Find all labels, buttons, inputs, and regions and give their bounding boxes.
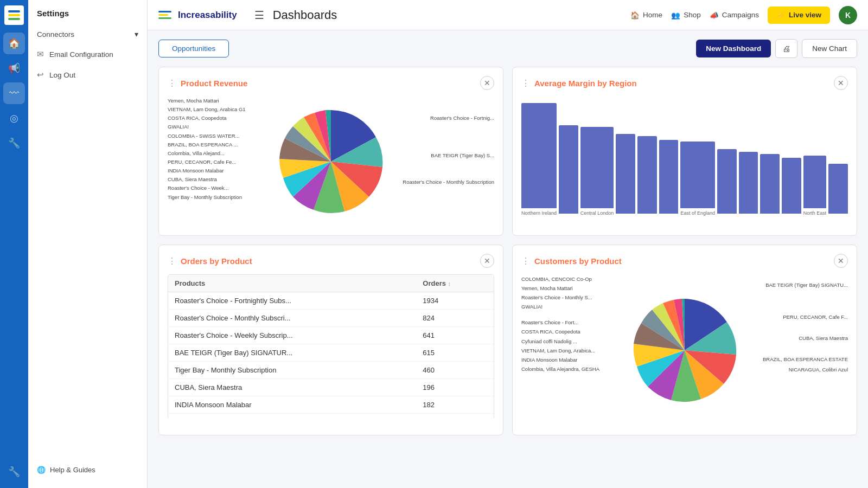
bar-item: East of England xyxy=(680,97,715,216)
bar xyxy=(616,134,635,214)
bar xyxy=(659,140,679,214)
pie-label: COSTA RICA, Coopedota xyxy=(168,114,246,123)
bar-item: North East xyxy=(803,97,827,216)
drag-handle-icon[interactable]: ⋮ xyxy=(168,78,176,88)
table-row: Roaster's Choice - Fortnightly Subs... 1… xyxy=(168,292,494,310)
nav-shop-link[interactable]: 👥 Shop xyxy=(671,11,701,20)
drag-handle-orders-icon[interactable]: ⋮ xyxy=(168,256,176,266)
bar-item xyxy=(659,97,679,216)
orders-cell: 1934 xyxy=(416,292,494,310)
avg-margin-title: Average Margin by Region xyxy=(534,79,637,88)
cust-pie-label: Roaster's Choice - Fort... xyxy=(521,318,599,327)
close-product-revenue-button[interactable]: ✕ xyxy=(480,76,494,90)
bar-label: Northern Ireland xyxy=(521,210,557,216)
nav-megaphone-icon[interactable]: 📢 xyxy=(3,57,25,79)
bar xyxy=(521,103,557,208)
opportunities-tab[interactable]: Opportunities xyxy=(158,40,229,57)
pie-label: COLOMBIA - SWISS WATER... xyxy=(168,132,246,140)
cust-pie-label-right: BRAZIL, BOA ESPERANCA ESTATE xyxy=(763,354,848,364)
product-cell: Tiger Bay - Monthly Subscription xyxy=(168,362,416,379)
pie-label-right: BAE TEIGR (Tiger Bay) S... xyxy=(403,150,494,160)
brand-logo-small xyxy=(4,5,24,25)
settings-title: Settings xyxy=(28,9,147,24)
chart-header-avg-margin: ⋮ Average Margin by Region ✕ xyxy=(521,76,848,90)
header: Increasability ☰ Dashboards 🏠 Home 👥 Sho… xyxy=(148,0,868,30)
cust-pie-label-right: CUBA, Siera Maestra xyxy=(763,333,848,343)
orders-table-scroll[interactable]: Products Orders ↕ Roaster's Choice - Fo xyxy=(168,274,494,418)
nav-analytics-icon[interactable]: 〰 xyxy=(3,82,25,104)
orders-table-container: Products Orders ↕ Roaster's Choice - Fo xyxy=(168,274,494,418)
table-row: INDIA Monsoon Malabar 182 xyxy=(168,396,494,414)
bar xyxy=(580,127,614,208)
bar-label: North East xyxy=(803,210,827,216)
product-cell: Roaster's Choice - Weekly Subscrip... xyxy=(168,327,416,344)
bar xyxy=(739,152,758,214)
close-customers-button[interactable]: ✕ xyxy=(834,254,848,268)
orders-cell: 182 xyxy=(416,414,494,419)
cust-pie-label-right: PERU, CECANOR, Cafe F... xyxy=(763,312,848,322)
nav-home-icon[interactable]: 🏠 xyxy=(3,33,25,54)
product-cell: Roaster's Choice - Monthly Subscri... xyxy=(168,310,416,327)
product-cell: CUBA, Siera Maestra xyxy=(168,379,416,396)
orders-cell: 460 xyxy=(416,362,494,379)
nav-campaigns-link[interactable]: 📣 Campaigns xyxy=(710,11,759,20)
charts-grid: ⋮ Product Revenue ✕ Yemen, Mocha Mattari… xyxy=(158,67,857,435)
shop-icon: 👥 xyxy=(671,11,680,20)
bar-item xyxy=(760,97,780,216)
orders-table: Products Orders ↕ Roaster's Choice - Fo xyxy=(168,275,494,418)
cust-pie-label: COSTA RICA, Coopedota xyxy=(521,327,599,336)
avatar[interactable]: K xyxy=(839,6,857,24)
new-chart-button[interactable]: New Chart xyxy=(802,39,857,58)
logout-menu-item[interactable]: ↩ Log Out xyxy=(28,65,147,85)
header-right: 🏠 Home 👥 Shop 📣 Campaigns ⚡ Live view K xyxy=(630,6,857,24)
brand-area: Increasability xyxy=(158,10,237,21)
sidebar-nav: 🏠 📢 〰 ◎ 🔧 🔧 xyxy=(0,0,28,488)
sort-icon[interactable]: ↕ xyxy=(448,280,451,287)
nav-integrations-icon[interactable]: ◎ xyxy=(3,107,25,129)
pie-label-right: Roaster's Choice - Monthly Subscription xyxy=(403,177,494,187)
bar xyxy=(680,142,715,208)
dashboard-area: Opportunities New Dashboard 🖨 New Chart … xyxy=(148,30,868,488)
cust-pie-label: Colombia, Villa Alejandra, GESHA xyxy=(521,364,599,374)
chart-header-orders: ⋮ Orders by Product ✕ xyxy=(168,254,494,268)
cust-pie-label: Yemen, Mocha Mattari xyxy=(521,284,599,293)
hamburger-button[interactable]: ☰ xyxy=(254,9,264,22)
avg-margin-chart: ⋮ Average Margin by Region ✕ Northern Ir… xyxy=(512,67,857,236)
email-config-menu-item[interactable]: ✉ Email Configuration xyxy=(28,44,147,65)
close-avg-margin-button[interactable]: ✕ xyxy=(834,76,848,90)
table-row: BAE TEIGR (Tiger Bay) SIGNATUR... 615 xyxy=(168,344,494,362)
customers-by-product-chart: ⋮ Customers by Product ✕ COLOMBIA, CENCO… xyxy=(512,245,857,435)
pie-label: GWALIA! xyxy=(168,123,246,131)
cust-pie-label: VIETNAM, Lam Dong, Arabica... xyxy=(521,346,599,355)
table-row: Roaster's Choice - Monthly Subscri... 82… xyxy=(168,310,494,327)
chart-title-area-orders: ⋮ Orders by Product xyxy=(168,256,252,266)
bar xyxy=(760,154,780,214)
connectors-label: Connectors xyxy=(37,30,74,38)
print-button[interactable]: 🖨 xyxy=(775,39,797,58)
bar-item xyxy=(739,97,758,216)
connectors-menu-item[interactable]: Connectors ▾ xyxy=(28,24,147,44)
close-orders-button[interactable]: ✕ xyxy=(480,254,494,268)
table-row: Roaster's Choice - Weekly Subscrip... 64… xyxy=(168,327,494,344)
nav-tools-icon[interactable]: 🔧 xyxy=(3,461,25,483)
drag-handle-margin-icon[interactable]: ⋮ xyxy=(521,78,530,88)
pie-label: VIETNAM, Lam Dong, Arabica G1 xyxy=(168,105,246,114)
help-guides-item[interactable]: 🌐 Help & Guides xyxy=(28,460,147,479)
live-view-button[interactable]: ⚡ Live view xyxy=(768,7,830,24)
campaigns-icon: 📣 xyxy=(710,11,719,20)
chart-header-customers: ⋮ Customers by Product ✕ xyxy=(521,254,848,268)
pie-svg-customers xyxy=(630,296,739,404)
bar xyxy=(782,158,801,214)
drag-handle-customers-icon[interactable]: ⋮ xyxy=(521,256,530,266)
new-dashboard-button[interactable]: New Dashboard xyxy=(696,40,771,57)
nav-settings-icon[interactable]: 🔧 xyxy=(3,132,25,154)
product-revenue-chart: ⋮ Product Revenue ✕ Yemen, Mocha Mattari… xyxy=(158,67,503,236)
nav-home-link[interactable]: 🏠 Home xyxy=(630,11,662,20)
chart-title-area-customers: ⋮ Customers by Product xyxy=(521,256,622,266)
col-orders-header: Orders ↕ xyxy=(416,275,494,292)
toolbar-right: New Dashboard 🖨 New Chart xyxy=(696,39,857,58)
main-content: Increasability ☰ Dashboards 🏠 Home 👥 Sho… xyxy=(148,0,868,488)
email-config-label: Email Configuration xyxy=(49,50,113,59)
cust-pie-label: INDIA Monsoon Malabar xyxy=(521,355,599,364)
product-revenue-pie: Yemen, Mocha Mattari VIETNAM, Lam Dong, … xyxy=(168,97,494,227)
